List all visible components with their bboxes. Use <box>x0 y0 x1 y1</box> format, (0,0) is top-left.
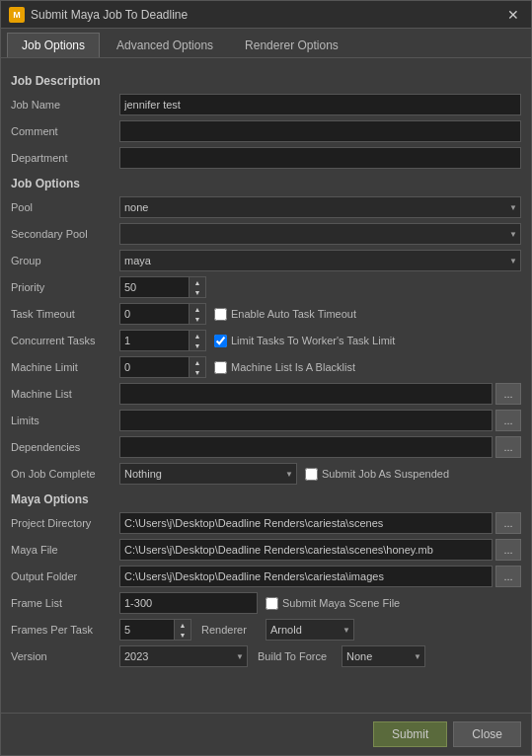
dependencies-row: Dependencies ... <box>11 436 521 458</box>
frames-per-task-up-button[interactable]: ▲ <box>175 620 190 630</box>
output-folder-input[interactable] <box>119 566 493 587</box>
machine-limit-right: ▲ ▼ Machine List Is A Blacklist <box>119 356 521 378</box>
submit-button[interactable]: Submit <box>373 721 447 747</box>
limit-tasks-wrap: Limit Tasks To Worker's Task Limit <box>214 335 521 347</box>
frames-per-task-label: Frames Per Task <box>11 624 119 636</box>
window-close-button[interactable]: ✕ <box>503 5 523 25</box>
machine-limit-input[interactable] <box>119 356 189 378</box>
enable-auto-task-timeout-checkbox[interactable] <box>214 308 227 321</box>
priority-row: Priority ▲ ▼ <box>11 276 521 298</box>
close-button[interactable]: Close <box>453 721 521 747</box>
group-select[interactable]: maya <box>119 250 521 271</box>
submit-suspended-wrap: Submit Job As Suspended <box>305 468 521 481</box>
machine-limit-up-button[interactable]: ▲ <box>190 357 205 367</box>
limits-browse-button[interactable]: ... <box>495 410 521 431</box>
frames-per-task-input[interactable] <box>119 619 174 641</box>
priority-down-button[interactable]: ▼ <box>190 287 205 297</box>
submit-suspended-checkbox[interactable] <box>305 468 318 481</box>
renderer-select[interactable]: Arnold <box>266 619 354 641</box>
tab-job-options[interactable]: Job Options <box>7 33 100 57</box>
frames-per-task-down-button[interactable]: ▼ <box>175 630 190 640</box>
machine-limit-row: Machine Limit ▲ ▼ Machine List Is A Blac… <box>11 356 521 378</box>
task-timeout-label: Task Timeout <box>11 308 119 320</box>
group-select-wrap: maya ▼ <box>119 250 521 271</box>
frame-list-right: Submit Maya Scene File <box>119 592 521 614</box>
department-row: Department <box>11 147 521 169</box>
dependencies-browse-button[interactable]: ... <box>495 436 521 458</box>
version-row: Version 2023 ▼ Build To Force None ▼ <box>11 645 521 667</box>
content-area: Job Description Job Name Comment Departm… <box>1 58 531 713</box>
machine-list-browse-button[interactable]: ... <box>495 383 521 405</box>
department-input[interactable] <box>119 147 521 169</box>
pool-label: Pool <box>11 201 119 213</box>
maya-file-row: Maya File ... <box>11 539 521 561</box>
task-timeout-down-button[interactable]: ▼ <box>190 314 205 324</box>
machine-limit-down-button[interactable]: ▼ <box>190 367 205 377</box>
output-folder-row: Output Folder ... <box>11 566 521 587</box>
priority-input[interactable] <box>119 276 189 298</box>
concurrent-tasks-right: ▲ ▼ Limit Tasks To Worker's Task Limit <box>119 330 521 351</box>
frames-per-task-right: ▲ ▼ Renderer Arnold ▼ <box>119 619 521 641</box>
submit-maya-scene-label: Submit Maya Scene File <box>282 597 400 609</box>
comment-input[interactable] <box>119 120 521 142</box>
secondary-pool-row: Secondary Pool ▼ <box>11 223 521 245</box>
maya-file-input[interactable] <box>119 539 493 561</box>
priority-spinner: ▲ ▼ <box>119 276 206 298</box>
department-label: Department <box>11 152 119 164</box>
concurrent-tasks-spin-buttons: ▲ ▼ <box>189 330 206 351</box>
secondary-pool-label: Secondary Pool <box>11 228 119 240</box>
priority-up-button[interactable]: ▲ <box>190 277 205 287</box>
dependencies-input[interactable] <box>119 436 493 458</box>
machine-list-blacklist-label: Machine List Is A Blacklist <box>231 361 355 373</box>
limits-row: Limits ... <box>11 410 521 431</box>
pool-select-wrap: none ▼ <box>119 196 521 218</box>
task-timeout-input[interactable] <box>119 303 189 325</box>
maya-options-title: Maya Options <box>11 492 521 506</box>
job-name-input[interactable] <box>119 94 521 115</box>
build-to-force-select[interactable]: None <box>342 645 425 667</box>
title-bar: M Submit Maya Job To Deadline ✕ <box>1 1 531 29</box>
build-to-force-label: Build To Force <box>258 650 342 662</box>
project-directory-browse-button[interactable]: ... <box>495 512 521 534</box>
version-select[interactable]: 2023 <box>119 645 248 667</box>
machine-limit-spin-buttons: ▲ ▼ <box>189 356 206 378</box>
renderer-select-wrap: Arnold ▼ <box>266 619 354 641</box>
on-job-complete-select-wrap: Nothing ▼ <box>119 463 297 485</box>
submit-maya-scene-checkbox[interactable] <box>266 597 278 610</box>
frames-per-task-spin-buttons: ▲ ▼ <box>174 619 191 641</box>
task-timeout-spin-buttons: ▲ ▼ <box>189 303 206 325</box>
limit-tasks-checkbox[interactable] <box>214 335 227 347</box>
concurrent-tasks-input[interactable] <box>119 330 189 351</box>
machine-list-blacklist-checkbox[interactable] <box>214 361 227 374</box>
renderer-wrap: Renderer Arnold ▼ <box>201 619 354 641</box>
output-folder-label: Output Folder <box>11 570 119 582</box>
version-right: 2023 ▼ Build To Force None ▼ <box>119 645 521 667</box>
app-icon: M <box>9 7 25 23</box>
task-timeout-up-button[interactable]: ▲ <box>190 304 205 314</box>
machine-list-input[interactable] <box>119 383 493 405</box>
tab-advanced-options[interactable]: Advanced Options <box>102 33 228 57</box>
frames-per-task-spinner: ▲ ▼ <box>119 619 191 641</box>
on-job-complete-label: On Job Complete <box>11 468 119 480</box>
tab-renderer-options[interactable]: Renderer Options <box>230 33 353 57</box>
on-job-complete-select[interactable]: Nothing <box>119 463 297 485</box>
output-folder-browse-button[interactable]: ... <box>495 566 521 587</box>
secondary-pool-select[interactable] <box>119 223 521 245</box>
project-directory-input[interactable] <box>119 512 493 534</box>
concurrent-tasks-up-button[interactable]: ▲ <box>190 331 205 340</box>
pool-select[interactable]: none <box>119 196 521 218</box>
machine-list-blacklist-wrap: Machine List Is A Blacklist <box>214 361 521 374</box>
group-row: Group maya ▼ <box>11 250 521 271</box>
limits-input[interactable] <box>119 410 493 431</box>
pool-row: Pool none ▼ <box>11 196 521 218</box>
comment-row: Comment <box>11 120 521 142</box>
comment-label: Comment <box>11 125 119 137</box>
maya-file-browse-button[interactable]: ... <box>495 539 521 561</box>
concurrent-tasks-down-button[interactable]: ▼ <box>190 340 205 350</box>
frame-list-input[interactable] <box>119 592 258 614</box>
build-to-force-wrap: Build To Force None ▼ <box>258 645 425 667</box>
build-to-force-select-wrap: None ▼ <box>342 645 425 667</box>
machine-list-row: Machine List ... <box>11 383 521 405</box>
frame-list-label: Frame List <box>11 597 119 609</box>
task-timeout-right: ▲ ▼ Enable Auto Task Timeout <box>119 303 521 325</box>
